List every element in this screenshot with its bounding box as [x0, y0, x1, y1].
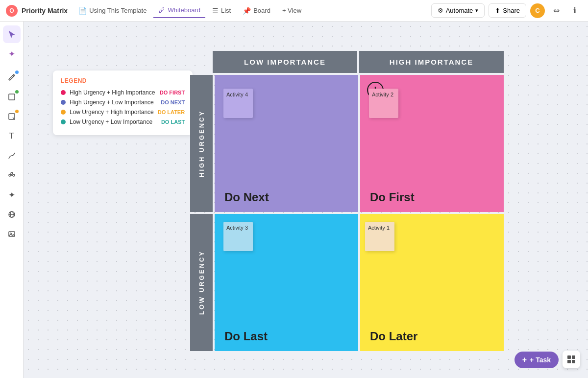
svg-rect-10 [9, 232, 15, 236]
legend-title: LEGEND [61, 77, 185, 84]
cell-do-later[interactable]: Activity 1 Do Later [360, 214, 504, 351]
svg-rect-13 [572, 355, 575, 359]
app-title: Priority Matrix [22, 7, 68, 15]
draw-tool[interactable] [3, 147, 21, 165]
legend-label-next: High Urgency + Low Importance [70, 99, 157, 106]
priority-matrix: LOW IMPORTANCE HIGH IMPORTANCE HIGH URGE… [190, 51, 504, 369]
add-task-button[interactable]: + + Task [514, 352, 559, 368]
automate-chevron: ▾ [475, 7, 478, 14]
share-icon: ⬆ [495, 7, 500, 14]
legend-item-last: Low Urgency + Low Importance DO LAST [61, 118, 185, 125]
expand-icon[interactable]: ⇔ [549, 3, 564, 18]
matrix-row-low: Activity 3 Do Last Activity 1 Do Later [215, 214, 504, 351]
task-label: + Task [530, 356, 551, 364]
legend-label-last: Low Urgency + Low Importance [70, 118, 157, 125]
plus-icon: + [522, 355, 527, 364]
activity2-note[interactable]: Activity 2 [369, 89, 398, 118]
legend-tag-last: DO LAST [161, 119, 185, 125]
legend-dot-first [61, 90, 66, 95]
svg-rect-12 [567, 355, 571, 359]
tab-whiteboard[interactable]: 🖊 Whiteboard [153, 3, 205, 18]
activity1-note[interactable]: Activity 1 [365, 222, 394, 251]
tab-board[interactable]: 📌 Board [238, 4, 275, 18]
matrix-row-high: Activity 4 Do Next ! Activity 2 Do First [215, 75, 504, 212]
nav-right: ⚙ Automate ▾ ⬆ Share C ⇔ ℹ [431, 3, 582, 18]
activity3-note[interactable]: Activity 3 [223, 222, 253, 251]
grid-view-button[interactable] [563, 351, 580, 368]
cell-do-first[interactable]: ! Activity 2 Do First [360, 75, 504, 212]
text-tool[interactable]: T [3, 127, 21, 145]
do-later-label: Do Later [370, 330, 417, 343]
activity1-label: Activity 1 [368, 225, 390, 231]
legend-label-first: High Urgency + High Importance [70, 89, 156, 96]
legend-item-later: Low Urgency + High Importance DO LATER [61, 109, 185, 116]
user-avatar: C [530, 3, 545, 18]
main-area: ✦ T ✦ LEGEND [0, 22, 588, 378]
automate-button[interactable]: ⚙ Automate ▾ [431, 3, 485, 18]
top-nav: O Priority Matrix 📄 Using This Template … [0, 0, 588, 22]
board-icon: 📌 [243, 7, 251, 15]
template-icon: 📄 [78, 7, 87, 15]
ai-tool[interactable]: ✦ [3, 186, 21, 204]
do-last-label: Do Last [224, 330, 268, 343]
activity4-label: Activity 4 [226, 92, 248, 97]
canvas-area[interactable]: LEGEND High Urgency + High Importance DO… [24, 22, 588, 378]
matrix-cells: Activity 4 Do Next ! Activity 2 Do First [215, 75, 504, 351]
legend-tag-first: DO FIRST [160, 90, 185, 95]
row-label-low-urgency: LOW URGENCY [190, 214, 213, 351]
globe-tool[interactable] [3, 206, 21, 223]
matrix-grid: HIGH URGENCY LOW URGENCY Activity 4 Do N… [190, 73, 504, 351]
svg-rect-14 [567, 360, 571, 363]
svg-point-3 [13, 174, 15, 176]
whiteboard-icon: 🖊 [158, 6, 165, 14]
col-header-low: LOW IMPORTANCE [213, 51, 357, 73]
automate-icon: ⚙ [438, 7, 443, 14]
tab-using-template[interactable]: 📄 Using This Template [74, 4, 151, 18]
tab-list[interactable]: ☰ List [207, 4, 236, 18]
cell-do-next[interactable]: Activity 4 Do Next [215, 75, 358, 212]
left-toolbar: ✦ T ✦ [0, 22, 24, 378]
svg-rect-15 [572, 360, 575, 363]
row-labels: HIGH URGENCY LOW URGENCY [190, 75, 213, 351]
col-header-high: HIGH IMPORTANCE [359, 51, 504, 73]
legend-dot-next [61, 100, 66, 105]
legend-item-first: High Urgency + High Importance DO FIRST [61, 89, 185, 96]
cell-do-last[interactable]: Activity 3 Do Last [215, 214, 358, 351]
image-tool[interactable] [3, 225, 21, 243]
activity3-label: Activity 3 [226, 225, 248, 231]
select-tool[interactable] [3, 25, 21, 43]
activity4-note[interactable]: Activity 4 [223, 89, 253, 118]
legend-tag-next: DO NEXT [161, 99, 185, 105]
do-next-label: Do Next [224, 190, 269, 204]
note-tool[interactable] [3, 108, 21, 125]
app-logo: O [6, 5, 18, 17]
do-first-label: Do First [370, 190, 415, 204]
info-icon[interactable]: ℹ [567, 3, 582, 18]
svg-point-4 [11, 172, 13, 174]
nav-tabs: 📄 Using This Template 🖊 Whiteboard ☰ Lis… [74, 3, 427, 18]
legend-dot-last [61, 119, 66, 124]
activity2-label: Activity 2 [372, 92, 393, 97]
legend-item-next: High Urgency + Low Importance DO NEXT [61, 99, 185, 106]
legend-dot-later [61, 110, 66, 115]
connect-tool[interactable] [3, 166, 21, 184]
tab-view[interactable]: + View [277, 4, 306, 17]
svg-rect-0 [9, 94, 15, 100]
svg-point-2 [9, 174, 11, 176]
column-headers: LOW IMPORTANCE HIGH IMPORTANCE [213, 51, 504, 73]
row-label-high-urgency: HIGH URGENCY [190, 75, 213, 212]
list-icon: ☰ [212, 7, 219, 15]
legend-label-later: Low Urgency + High Importance [70, 109, 154, 116]
shape-tool[interactable] [3, 88, 21, 106]
legend-panel: LEGEND High Urgency + High Importance DO… [53, 71, 193, 135]
grid-icon [567, 355, 576, 364]
pen-tool[interactable] [3, 69, 21, 86]
legend-tag-later: DO LATER [158, 109, 185, 115]
share-button[interactable]: ⬆ Share [489, 3, 526, 18]
magic-tool[interactable]: ✦ [3, 45, 21, 63]
